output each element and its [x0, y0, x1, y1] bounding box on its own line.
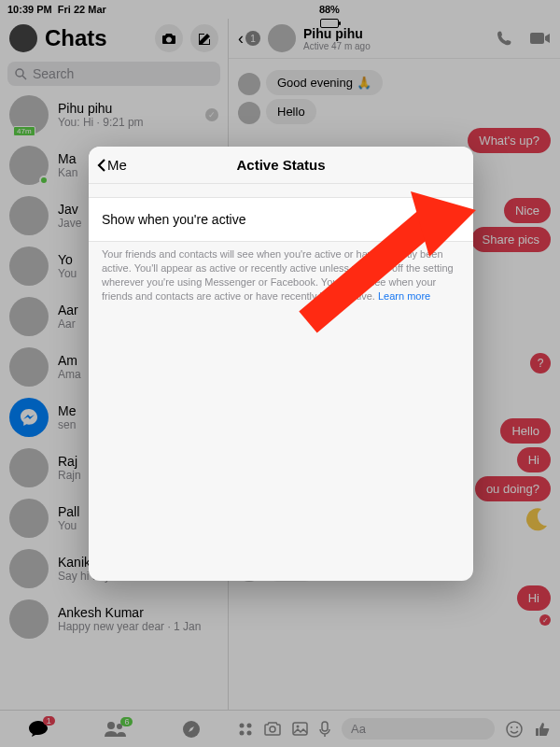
- active-status-modal: Me Active Status Show when you're active…: [89, 147, 473, 581]
- learn-more-link[interactable]: Learn more: [378, 290, 430, 302]
- chevron-left-icon: [96, 158, 107, 173]
- modal-title: Active Status: [236, 157, 325, 173]
- modal-back-button[interactable]: Me: [96, 157, 127, 173]
- active-status-toggle[interactable]: [419, 207, 460, 232]
- active-status-description: Your friends and contacts will see when …: [89, 242, 473, 312]
- active-toggle-label: Show when you're active: [102, 212, 245, 227]
